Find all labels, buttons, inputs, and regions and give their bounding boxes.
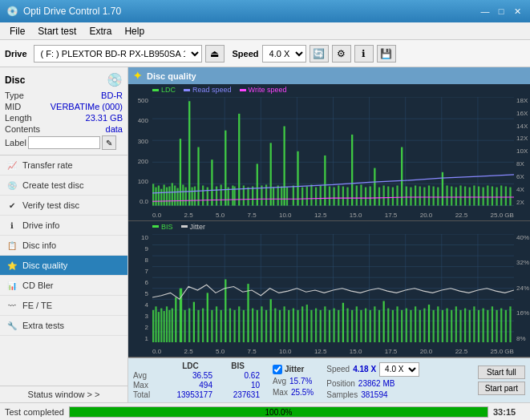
cd-bler-icon: 📊 bbox=[6, 280, 18, 291]
ldc-label: LDC bbox=[161, 86, 176, 94]
svg-rect-136 bbox=[197, 309, 199, 342]
svg-rect-101 bbox=[505, 187, 507, 206]
svg-rect-24 bbox=[176, 188, 178, 206]
jitter-max-val: 25.5% bbox=[291, 388, 314, 397]
top-chart-right-axis: 18X 16X 14X 12X 10X 8X 6X 4X 2X bbox=[514, 97, 530, 206]
svg-rect-166 bbox=[334, 308, 335, 342]
svg-rect-65 bbox=[342, 187, 344, 206]
svg-rect-52 bbox=[283, 126, 285, 205]
menu-extra[interactable]: Extra bbox=[83, 24, 118, 38]
svg-rect-165 bbox=[329, 309, 330, 342]
bottom-chart-svg bbox=[152, 234, 514, 343]
svg-rect-98 bbox=[492, 187, 493, 206]
menu-help[interactable]: Help bbox=[118, 24, 151, 38]
svg-rect-81 bbox=[415, 185, 416, 205]
sidebar-item-fe-te[interactable]: 〰 FE / TE bbox=[0, 296, 127, 316]
svg-rect-172 bbox=[360, 309, 362, 342]
start-part-button[interactable]: Start part bbox=[478, 382, 525, 395]
svg-rect-82 bbox=[419, 187, 421, 206]
status-text: Test completed bbox=[5, 407, 64, 417]
position-label: Position bbox=[326, 379, 355, 388]
stats-table: LDC BIS Avg 36.55 0.62 Max 494 10 Total … bbox=[133, 361, 260, 399]
svg-rect-203 bbox=[500, 308, 502, 342]
svg-rect-72 bbox=[374, 168, 375, 206]
disc-quality-label: Disc quality bbox=[22, 260, 67, 270]
svg-rect-15 bbox=[152, 184, 154, 205]
bottom-chart-x-axis: 0.0 2.5 5.0 7.5 10.0 12.5 15.0 17.5 20.0… bbox=[152, 348, 514, 355]
menu-start-test[interactable]: Start test bbox=[31, 24, 83, 38]
svg-rect-89 bbox=[451, 187, 452, 206]
disc-quality-icon: ⭐ bbox=[6, 260, 18, 271]
minimize-button[interactable]: — bbox=[479, 5, 492, 18]
svg-rect-182 bbox=[406, 308, 407, 342]
verify-test-disc-label: Verify test disc bbox=[22, 200, 79, 210]
svg-rect-70 bbox=[365, 188, 366, 206]
sidebar-item-disc-info[interactable]: 📋 Disc info bbox=[0, 236, 127, 256]
settings-button[interactable]: ⚙ bbox=[332, 45, 351, 63]
svg-rect-64 bbox=[338, 185, 339, 205]
svg-rect-185 bbox=[419, 309, 421, 342]
speed-row: Speed 4.18 X 4.0 X bbox=[326, 362, 419, 377]
svg-rect-148 bbox=[252, 308, 253, 342]
sidebar-item-transfer-rate[interactable]: 📈 Transfer rate bbox=[0, 155, 127, 176]
svg-rect-133 bbox=[184, 309, 185, 342]
drive-select[interactable]: ( F: ) PLEXTOR BD-R PX-LB950SA 1.06 bbox=[34, 45, 202, 63]
svg-rect-59 bbox=[315, 188, 317, 206]
status-bar: Test completed 100.0% 33:15 bbox=[0, 402, 530, 420]
svg-rect-33 bbox=[207, 188, 208, 206]
transfer-rate-icon: 📈 bbox=[6, 160, 18, 171]
jitter-max-label: Max bbox=[273, 388, 288, 397]
svg-rect-157 bbox=[293, 308, 294, 342]
top-chart: LDC Read speed Write speed 500 400 30 bbox=[128, 84, 530, 221]
svg-rect-19 bbox=[164, 184, 165, 205]
svg-rect-26 bbox=[182, 184, 184, 205]
save-button[interactable]: 💾 bbox=[377, 45, 396, 63]
svg-rect-50 bbox=[277, 185, 279, 205]
speed-select-right[interactable]: 4.0 X bbox=[379, 362, 419, 377]
svg-rect-99 bbox=[496, 188, 497, 206]
write-speed-label: Write speed bbox=[249, 86, 287, 94]
start-full-button[interactable]: Start full bbox=[478, 365, 525, 379]
sidebar-item-cd-bler[interactable]: 📊 CD Bler bbox=[0, 276, 127, 296]
svg-rect-27 bbox=[185, 188, 187, 206]
maximize-button[interactable]: □ bbox=[495, 5, 508, 18]
svg-rect-170 bbox=[351, 309, 353, 342]
svg-rect-100 bbox=[500, 185, 502, 205]
eject-button[interactable]: ⏏ bbox=[205, 45, 225, 63]
label-input[interactable] bbox=[28, 136, 100, 149]
info-button[interactable]: ℹ bbox=[354, 45, 374, 63]
svg-rect-54 bbox=[293, 185, 294, 205]
read-speed-label: Read speed bbox=[192, 86, 232, 94]
charts-container: LDC Read speed Write speed 500 400 30 bbox=[128, 84, 530, 357]
svg-rect-32 bbox=[202, 185, 204, 205]
sidebar-item-disc-quality[interactable]: ⭐ Disc quality bbox=[0, 256, 127, 276]
svg-rect-41 bbox=[238, 114, 240, 206]
main-area: Disc 💿 Type BD-R MID VERBATIMe (000) Len… bbox=[0, 67, 530, 402]
svg-rect-88 bbox=[446, 185, 447, 205]
refresh-button[interactable]: 🔄 bbox=[310, 45, 329, 63]
jitter-avg-val: 15.7% bbox=[289, 377, 312, 386]
label-edit-button[interactable]: ✎ bbox=[102, 135, 116, 150]
menu-file[interactable]: File bbox=[3, 24, 31, 38]
sidebar-item-drive-info[interactable]: ℹ Drive info bbox=[0, 216, 127, 236]
create-test-disc-icon: 💿 bbox=[6, 180, 18, 191]
svg-rect-77 bbox=[396, 185, 398, 205]
speed-select[interactable]: 4.0 X bbox=[262, 45, 306, 63]
jitter-section: Jitter Avg 15.7% Max 25.5% bbox=[273, 365, 314, 397]
top-chart-svg bbox=[152, 97, 514, 206]
sidebar-item-verify-test-disc[interactable]: ✔ Verify test disc bbox=[0, 196, 127, 216]
svg-rect-156 bbox=[288, 309, 289, 342]
jitter-checkbox[interactable] bbox=[273, 365, 282, 374]
status-window-button[interactable]: Status window > > bbox=[0, 386, 127, 402]
svg-rect-30 bbox=[194, 187, 196, 206]
svg-rect-154 bbox=[279, 309, 281, 342]
sidebar-item-create-test-disc[interactable]: 💿 Create test disc bbox=[0, 176, 127, 196]
samples-label: Samples bbox=[326, 390, 358, 399]
svg-rect-31 bbox=[197, 147, 199, 206]
svg-rect-75 bbox=[387, 187, 389, 206]
legend-read-speed: Read speed bbox=[184, 86, 232, 94]
close-button[interactable]: ✕ bbox=[511, 5, 524, 18]
sidebar-item-extra-tests[interactable]: 🔧 Extra tests bbox=[0, 316, 127, 336]
svg-rect-74 bbox=[383, 185, 385, 205]
svg-rect-96 bbox=[483, 188, 484, 206]
